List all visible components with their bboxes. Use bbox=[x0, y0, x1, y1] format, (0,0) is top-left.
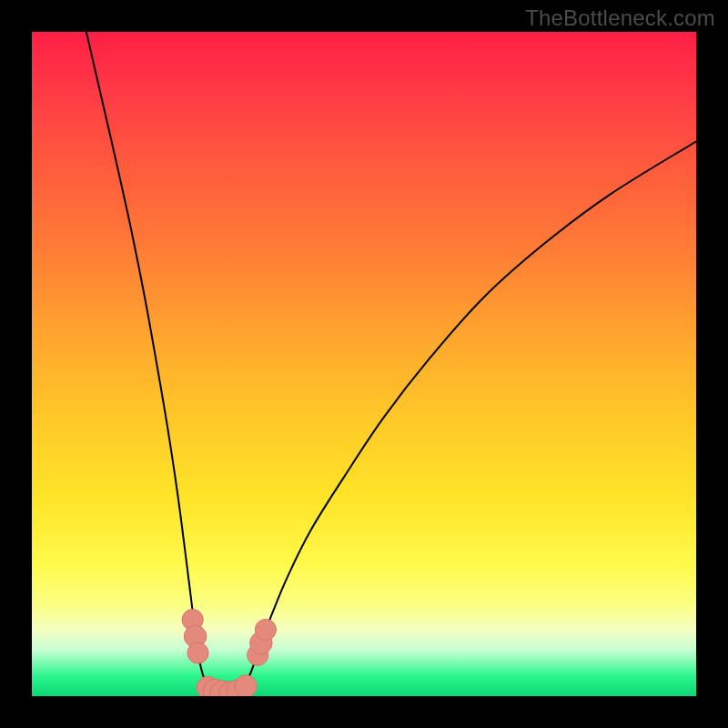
data-marker bbox=[235, 675, 257, 696]
data-marker bbox=[187, 642, 208, 663]
marker-group bbox=[182, 609, 276, 696]
plot-area bbox=[32, 32, 696, 696]
watermark-text: TheBottleneck.com bbox=[525, 5, 715, 31]
data-marker bbox=[255, 619, 276, 640]
curve-right bbox=[231, 141, 696, 693]
curve-svg bbox=[32, 32, 696, 696]
curve-left bbox=[86, 32, 221, 694]
chart-frame: TheBottleneck.com bbox=[0, 0, 728, 728]
